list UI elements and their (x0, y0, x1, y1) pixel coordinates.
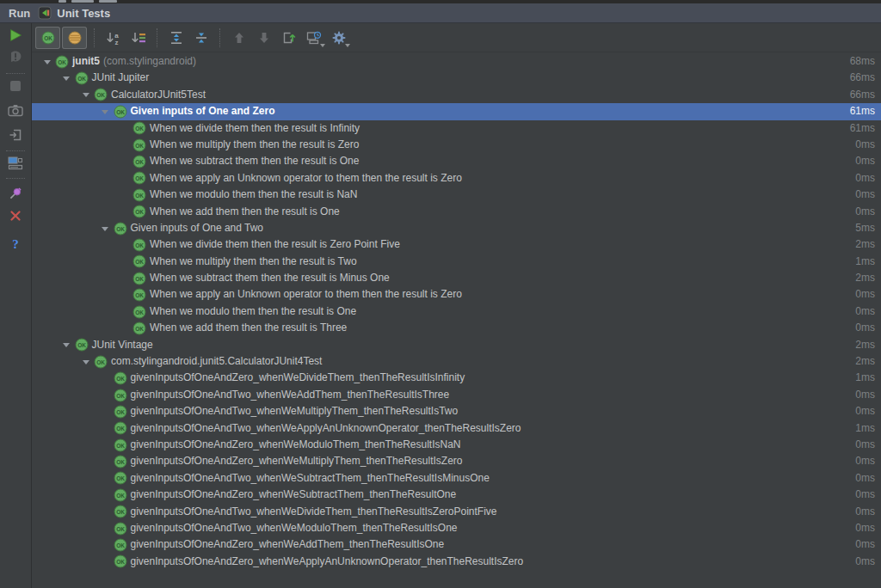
chevron-down-icon (83, 93, 89, 97)
tree-row[interactable]: OKWhen we apply an Unknown operator to t… (32, 286, 881, 303)
test-name: givenInputsOfOneAndZero_whenWeDivideThem… (131, 370, 465, 386)
tree-row[interactable]: OKgivenInputsOfOneAndZero_whenWeMultiply… (32, 453, 881, 469)
test-name: CalculatorJUnit5Test (111, 87, 206, 103)
test-history-button[interactable] (302, 27, 325, 48)
tree-row[interactable]: OKgivenInputsOfOneAndZero_whenWeApplyAnU… (32, 554, 881, 570)
tree-row[interactable]: OKWhen we modulo them then the result is… (32, 303, 881, 320)
test-passed-icon: OK (132, 171, 146, 185)
expand-collapse-toggle[interactable] (97, 109, 114, 114)
svg-text:OK: OK (116, 492, 125, 498)
tree-row[interactable]: OKWhen we modulo them then the result is… (32, 187, 881, 203)
tree-row[interactable]: OKWhen we divide them then the result is… (32, 236, 881, 253)
tree-indent (32, 228, 97, 229)
expand-collapse-toggle[interactable] (77, 92, 94, 97)
svg-text:OK: OK (135, 159, 144, 165)
tree-indent (32, 378, 97, 379)
sort-alphabetically-button[interactable]: az (102, 27, 125, 48)
expand-collapse-toggle[interactable] (77, 359, 94, 364)
sort-by-duration-button[interactable] (126, 27, 150, 48)
tree-row[interactable]: OKWhen we multiply them then the result … (32, 254, 881, 270)
thread-dump-button[interactable] (3, 100, 28, 120)
svg-text:OK: OK (135, 209, 144, 215)
test-name: When we modulo them then the result is N… (150, 187, 357, 203)
tool-window-header: Run Unit Tests (0, 3, 881, 23)
tree-row[interactable]: OKjunit5(com.stylingandroid)68ms (32, 53, 881, 70)
tree-row[interactable]: OKJUnit Jupiter66ms (32, 70, 881, 86)
tree-row[interactable]: OKgivenInputsOfOneAndTwo_whenWeApplyAnUn… (32, 420, 881, 437)
test-name: givenInputsOfOneAndTwo_whenWeModuloThem_… (131, 520, 458, 536)
options-button[interactable] (327, 27, 350, 48)
test-passed-icon: OK (114, 421, 127, 435)
tree-indent (32, 561, 97, 562)
tree-row[interactable]: OKgivenInputsOfOneAndZero_whenWeAddThem_… (32, 536, 881, 553)
tree-indent (32, 162, 116, 162)
svg-text:OK: OK (135, 142, 144, 148)
tree-row[interactable]: OKgivenInputsOfOneAndZero_whenWeSubtract… (32, 487, 881, 503)
test-name: Given inputs of One and Two (131, 220, 264, 236)
test-duration: 0ms (855, 487, 875, 503)
tree-row[interactable]: OKcom.stylingandroid.junit5.CalculatorJU… (32, 353, 881, 370)
tree-row[interactable]: OKgivenInputsOfOneAndZero_whenWeDivideTh… (32, 370, 881, 386)
rerun-failed-tests-button[interactable] (3, 46, 28, 67)
test-passed-icon: OK (132, 188, 146, 202)
tree-row[interactable]: OKWhen we subtract them then the result … (32, 153, 881, 169)
next-occurrence-button[interactable] (252, 27, 275, 48)
tab-unit-tests[interactable]: Unit Tests (38, 6, 110, 20)
tree-row[interactable]: OKWhen we divide them then the result is… (32, 120, 881, 137)
tree-row[interactable]: OKCalculatorJUnit5Test66ms (32, 87, 881, 103)
tree-row[interactable]: OKWhen we add them then the result is Th… (32, 320, 881, 336)
console-button[interactable] (3, 153, 28, 174)
test-name: givenInputsOfOneAndZero_whenWeApplyAnUnk… (131, 554, 524, 570)
expand-collapse-toggle[interactable] (59, 342, 75, 347)
expand-collapse-toggle[interactable] (39, 59, 55, 64)
tree-row[interactable]: OKJUnit Vintage2ms (32, 337, 881, 353)
exit-button[interactable] (3, 125, 28, 145)
help-button[interactable]: ? (3, 233, 28, 254)
show-passed-toggle[interactable]: OK (35, 27, 60, 49)
import-test-results-button[interactable] (277, 27, 300, 48)
tree-indent (32, 78, 59, 79)
test-passed-icon: OK (132, 305, 146, 319)
up-arrow-icon (233, 32, 245, 44)
tree-row[interactable]: OKWhen we add them then the result is On… (32, 204, 881, 220)
rerun-button[interactable] (3, 25, 28, 46)
tree-row[interactable]: OKGiven inputs of One and Two5ms (32, 220, 881, 236)
test-duration: 66ms (850, 87, 875, 103)
chevron-down-icon (63, 77, 70, 81)
test-passed-icon: OK (132, 121, 146, 135)
tree-row[interactable]: OKgivenInputsOfOneAndTwo_whenWeModuloThe… (32, 520, 881, 536)
down-arrow-icon (258, 32, 270, 44)
tree-row[interactable]: OKgivenInputsOfOneAndTwo_whenWeAddThem_t… (32, 387, 881, 403)
test-name: When we add them then the result is Thre… (150, 320, 347, 336)
show-ignored-toggle[interactable] (62, 27, 87, 49)
svg-text:OK: OK (116, 475, 125, 481)
expand-collapse-toggle[interactable] (59, 76, 75, 81)
previous-occurrence-button[interactable] (227, 27, 250, 48)
pin-tab-button[interactable] (3, 183, 28, 204)
expand-all-icon (169, 31, 183, 45)
tree-row[interactable]: OKgivenInputsOfOneAndTwo_whenWeSubtractT… (32, 470, 881, 487)
tree-row[interactable]: OKgivenInputsOfOneAndTwo_whenWeDivideThe… (32, 504, 881, 520)
tree-row[interactable]: OKWhen we subtract them then the result … (32, 270, 881, 286)
close-button[interactable] (3, 205, 28, 226)
tree-row[interactable]: OKWhen we multiply them then the result … (32, 137, 881, 153)
expand-all-button[interactable] (164, 27, 188, 48)
tree-row[interactable]: OKgivenInputsOfOneAndTwo_whenWeMultiplyT… (32, 403, 881, 420)
test-duration: 0ms (855, 153, 875, 169)
ignored-circle-icon (68, 31, 82, 45)
test-duration: 68ms (850, 53, 875, 70)
tree-indent (32, 395, 97, 395)
test-name: givenInputsOfOneAndTwo_whenWeDivideThem_… (131, 504, 497, 520)
test-duration: 0ms (855, 137, 875, 153)
tree-indent (32, 545, 97, 546)
svg-text:OK: OK (116, 426, 125, 432)
collapse-all-button[interactable] (189, 27, 213, 48)
tree-row[interactable]: OKgivenInputsOfOneAndZero_whenWeModuloTh… (32, 437, 881, 453)
tree-row[interactable]: OKGiven inputs of One and Zero61ms (32, 103, 881, 119)
expand-collapse-toggle[interactable] (97, 226, 114, 231)
run-side-toolbar: ? (0, 23, 32, 588)
tree-row[interactable]: OKWhen we apply an Unknown operator to t… (32, 170, 881, 187)
chevron-down-icon (102, 227, 108, 231)
stop-button[interactable] (3, 76, 28, 96)
clipped-text-fragment (59, 0, 66, 3)
